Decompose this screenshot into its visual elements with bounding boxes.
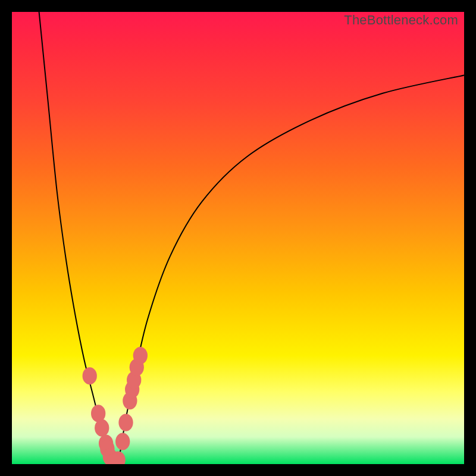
curve-left xyxy=(39,12,116,464)
beads-left xyxy=(83,367,121,464)
chart-svg xyxy=(12,12,464,464)
bead-marker xyxy=(133,347,148,364)
chart-frame: TheBottleneck.com xyxy=(0,0,476,476)
beads-right xyxy=(111,347,148,464)
plot-area: TheBottleneck.com xyxy=(12,12,464,464)
bead-marker xyxy=(115,433,130,450)
curve-right xyxy=(116,75,464,464)
bead-marker xyxy=(95,419,109,437)
bead-marker xyxy=(83,367,97,384)
watermark-text: TheBottleneck.com xyxy=(344,12,458,28)
bead-marker xyxy=(118,414,133,431)
